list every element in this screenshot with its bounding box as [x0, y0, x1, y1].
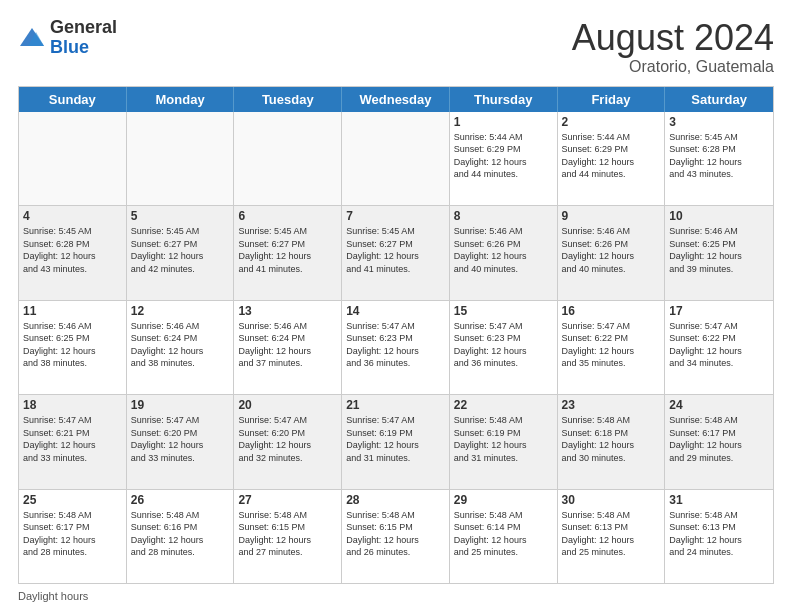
day-info: Sunrise: 5:46 AM Sunset: 6:25 PM Dayligh… [669, 225, 769, 275]
table-row: 2Sunrise: 5:44 AM Sunset: 6:29 PM Daylig… [558, 112, 666, 205]
day-info: Sunrise: 5:47 AM Sunset: 6:20 PM Dayligh… [238, 414, 337, 464]
header-wednesday: Wednesday [342, 87, 450, 112]
header: General Blue August 2024 Oratorio, Guate… [18, 18, 774, 76]
day-info: Sunrise: 5:48 AM Sunset: 6:17 PM Dayligh… [23, 509, 122, 559]
day-info: Sunrise: 5:46 AM Sunset: 6:26 PM Dayligh… [454, 225, 553, 275]
table-row [234, 112, 342, 205]
day-info: Sunrise: 5:45 AM Sunset: 6:28 PM Dayligh… [669, 131, 769, 181]
header-tuesday: Tuesday [234, 87, 342, 112]
header-thursday: Thursday [450, 87, 558, 112]
table-row: 23Sunrise: 5:48 AM Sunset: 6:18 PM Dayli… [558, 395, 666, 488]
header-saturday: Saturday [665, 87, 773, 112]
table-row: 20Sunrise: 5:47 AM Sunset: 6:20 PM Dayli… [234, 395, 342, 488]
header-sunday: Sunday [19, 87, 127, 112]
day-info: Sunrise: 5:48 AM Sunset: 6:15 PM Dayligh… [346, 509, 445, 559]
table-row [127, 112, 235, 205]
day-info: Sunrise: 5:48 AM Sunset: 6:18 PM Dayligh… [562, 414, 661, 464]
day-info: Sunrise: 5:47 AM Sunset: 6:22 PM Dayligh… [562, 320, 661, 370]
day-info: Sunrise: 5:45 AM Sunset: 6:27 PM Dayligh… [131, 225, 230, 275]
day-number: 29 [454, 493, 553, 507]
footer: Daylight hours [18, 590, 774, 602]
day-info: Sunrise: 5:46 AM Sunset: 6:24 PM Dayligh… [238, 320, 337, 370]
table-row: 31Sunrise: 5:48 AM Sunset: 6:13 PM Dayli… [665, 490, 773, 583]
day-number: 8 [454, 209, 553, 223]
calendar-row-3: 11Sunrise: 5:46 AM Sunset: 6:25 PM Dayli… [19, 300, 773, 394]
logo: General Blue [18, 18, 117, 58]
day-number: 16 [562, 304, 661, 318]
day-number: 5 [131, 209, 230, 223]
day-info: Sunrise: 5:46 AM Sunset: 6:24 PM Dayligh… [131, 320, 230, 370]
table-row: 27Sunrise: 5:48 AM Sunset: 6:15 PM Dayli… [234, 490, 342, 583]
table-row: 30Sunrise: 5:48 AM Sunset: 6:13 PM Dayli… [558, 490, 666, 583]
calendar-row-4: 18Sunrise: 5:47 AM Sunset: 6:21 PM Dayli… [19, 394, 773, 488]
day-info: Sunrise: 5:48 AM Sunset: 6:16 PM Dayligh… [131, 509, 230, 559]
calendar-row-1: 1Sunrise: 5:44 AM Sunset: 6:29 PM Daylig… [19, 112, 773, 205]
table-row: 24Sunrise: 5:48 AM Sunset: 6:17 PM Dayli… [665, 395, 773, 488]
day-number: 9 [562, 209, 661, 223]
table-row: 13Sunrise: 5:46 AM Sunset: 6:24 PM Dayli… [234, 301, 342, 394]
day-number: 23 [562, 398, 661, 412]
day-info: Sunrise: 5:48 AM Sunset: 6:15 PM Dayligh… [238, 509, 337, 559]
table-row: 6Sunrise: 5:45 AM Sunset: 6:27 PM Daylig… [234, 206, 342, 299]
table-row: 3Sunrise: 5:45 AM Sunset: 6:28 PM Daylig… [665, 112, 773, 205]
logo-icon [18, 24, 46, 52]
day-number: 30 [562, 493, 661, 507]
table-row: 15Sunrise: 5:47 AM Sunset: 6:23 PM Dayli… [450, 301, 558, 394]
day-info: Sunrise: 5:44 AM Sunset: 6:29 PM Dayligh… [562, 131, 661, 181]
month-title: August 2024 [572, 18, 774, 58]
day-number: 21 [346, 398, 445, 412]
table-row: 8Sunrise: 5:46 AM Sunset: 6:26 PM Daylig… [450, 206, 558, 299]
day-number: 26 [131, 493, 230, 507]
day-number: 19 [131, 398, 230, 412]
day-number: 25 [23, 493, 122, 507]
day-info: Sunrise: 5:48 AM Sunset: 6:17 PM Dayligh… [669, 414, 769, 464]
day-info: Sunrise: 5:48 AM Sunset: 6:14 PM Dayligh… [454, 509, 553, 559]
day-number: 10 [669, 209, 769, 223]
day-number: 20 [238, 398, 337, 412]
table-row: 16Sunrise: 5:47 AM Sunset: 6:22 PM Dayli… [558, 301, 666, 394]
day-info: Sunrise: 5:47 AM Sunset: 6:23 PM Dayligh… [454, 320, 553, 370]
calendar-header: Sunday Monday Tuesday Wednesday Thursday… [19, 87, 773, 112]
table-row: 22Sunrise: 5:48 AM Sunset: 6:19 PM Dayli… [450, 395, 558, 488]
table-row: 12Sunrise: 5:46 AM Sunset: 6:24 PM Dayli… [127, 301, 235, 394]
table-row: 21Sunrise: 5:47 AM Sunset: 6:19 PM Dayli… [342, 395, 450, 488]
day-number: 7 [346, 209, 445, 223]
day-info: Sunrise: 5:47 AM Sunset: 6:23 PM Dayligh… [346, 320, 445, 370]
day-number: 4 [23, 209, 122, 223]
calendar-row-2: 4Sunrise: 5:45 AM Sunset: 6:28 PM Daylig… [19, 205, 773, 299]
table-row: 19Sunrise: 5:47 AM Sunset: 6:20 PM Dayli… [127, 395, 235, 488]
logo-blue-text: Blue [50, 37, 89, 57]
day-info: Sunrise: 5:47 AM Sunset: 6:20 PM Dayligh… [131, 414, 230, 464]
day-info: Sunrise: 5:47 AM Sunset: 6:22 PM Dayligh… [669, 320, 769, 370]
daylight-hours-label: Daylight hours [18, 590, 88, 602]
title-block: August 2024 Oratorio, Guatemala [572, 18, 774, 76]
day-number: 17 [669, 304, 769, 318]
table-row: 10Sunrise: 5:46 AM Sunset: 6:25 PM Dayli… [665, 206, 773, 299]
header-monday: Monday [127, 87, 235, 112]
table-row [342, 112, 450, 205]
day-number: 22 [454, 398, 553, 412]
day-info: Sunrise: 5:45 AM Sunset: 6:28 PM Dayligh… [23, 225, 122, 275]
day-number: 15 [454, 304, 553, 318]
day-number: 27 [238, 493, 337, 507]
table-row: 9Sunrise: 5:46 AM Sunset: 6:26 PM Daylig… [558, 206, 666, 299]
logo-general-text: General [50, 17, 117, 37]
day-number: 31 [669, 493, 769, 507]
day-number: 28 [346, 493, 445, 507]
table-row: 4Sunrise: 5:45 AM Sunset: 6:28 PM Daylig… [19, 206, 127, 299]
table-row: 5Sunrise: 5:45 AM Sunset: 6:27 PM Daylig… [127, 206, 235, 299]
table-row: 11Sunrise: 5:46 AM Sunset: 6:25 PM Dayli… [19, 301, 127, 394]
day-info: Sunrise: 5:48 AM Sunset: 6:19 PM Dayligh… [454, 414, 553, 464]
table-row: 26Sunrise: 5:48 AM Sunset: 6:16 PM Dayli… [127, 490, 235, 583]
table-row: 1Sunrise: 5:44 AM Sunset: 6:29 PM Daylig… [450, 112, 558, 205]
table-row: 28Sunrise: 5:48 AM Sunset: 6:15 PM Dayli… [342, 490, 450, 583]
day-number: 3 [669, 115, 769, 129]
day-number: 24 [669, 398, 769, 412]
day-number: 14 [346, 304, 445, 318]
header-friday: Friday [558, 87, 666, 112]
calendar-body: 1Sunrise: 5:44 AM Sunset: 6:29 PM Daylig… [19, 112, 773, 583]
table-row: 17Sunrise: 5:47 AM Sunset: 6:22 PM Dayli… [665, 301, 773, 394]
day-number: 11 [23, 304, 122, 318]
day-info: Sunrise: 5:47 AM Sunset: 6:19 PM Dayligh… [346, 414, 445, 464]
day-info: Sunrise: 5:45 AM Sunset: 6:27 PM Dayligh… [238, 225, 337, 275]
